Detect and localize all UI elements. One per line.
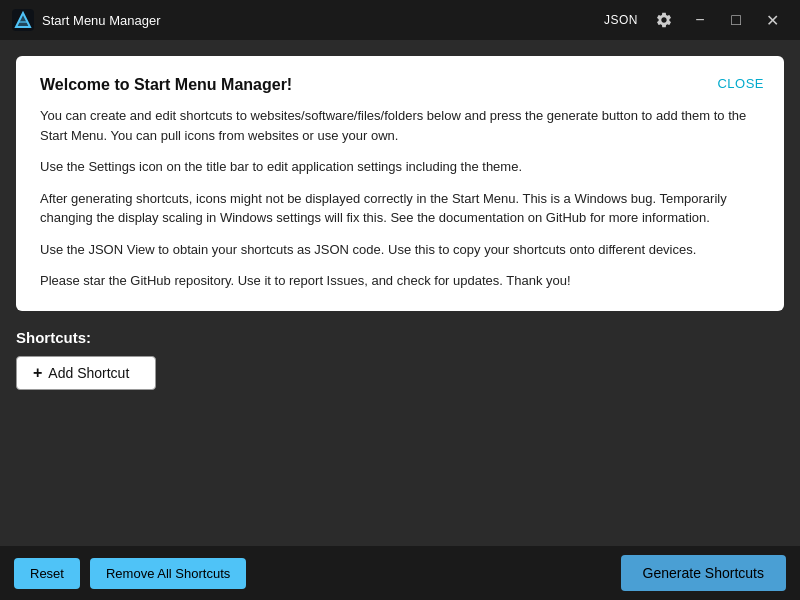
gear-icon [655, 11, 673, 29]
title-bar: Start Menu Manager JSON − □ ✕ [0, 0, 800, 40]
welcome-title: Welcome to Start Menu Manager! [40, 76, 760, 94]
close-icon: ✕ [766, 11, 779, 30]
plus-icon: + [33, 365, 42, 381]
generate-shortcuts-button[interactable]: Generate Shortcuts [621, 555, 786, 591]
minimize-button[interactable]: − [684, 4, 716, 36]
app-icon [12, 9, 34, 31]
welcome-para-4: Use the JSON View to obtain your shortcu… [40, 240, 760, 260]
maximize-icon: □ [731, 11, 741, 29]
settings-button[interactable] [648, 4, 680, 36]
window-close-button[interactable]: ✕ [756, 4, 788, 36]
welcome-close-link[interactable]: CLOSE [717, 76, 764, 91]
remove-all-shortcuts-button[interactable]: Remove All Shortcuts [90, 558, 246, 589]
maximize-button[interactable]: □ [720, 4, 752, 36]
welcome-para-3: After generating shortcuts, icons might … [40, 189, 760, 228]
welcome-para-2: Use the Settings icon on the title bar t… [40, 157, 760, 177]
add-shortcut-label: Add Shortcut [48, 365, 129, 381]
main-content: Welcome to Start Menu Manager! CLOSE You… [0, 40, 800, 546]
svg-rect-3 [18, 21, 28, 23]
app-title: Start Menu Manager [42, 13, 598, 28]
title-controls: JSON − □ ✕ [598, 4, 788, 36]
minimize-icon: − [695, 11, 704, 29]
add-shortcut-button[interactable]: + Add Shortcut [16, 356, 156, 390]
shortcuts-label: Shortcuts: [16, 329, 784, 346]
welcome-para-1: You can create and edit shortcuts to web… [40, 106, 760, 145]
reset-button[interactable]: Reset [14, 558, 80, 589]
json-view-button[interactable]: JSON [598, 9, 644, 31]
welcome-box: Welcome to Start Menu Manager! CLOSE You… [16, 56, 784, 311]
bottom-bar: Reset Remove All Shortcuts Generate Shor… [0, 546, 800, 600]
welcome-para-5: Please star the GitHub repository. Use i… [40, 271, 760, 291]
shortcuts-section: Shortcuts: + Add Shortcut [16, 329, 784, 531]
